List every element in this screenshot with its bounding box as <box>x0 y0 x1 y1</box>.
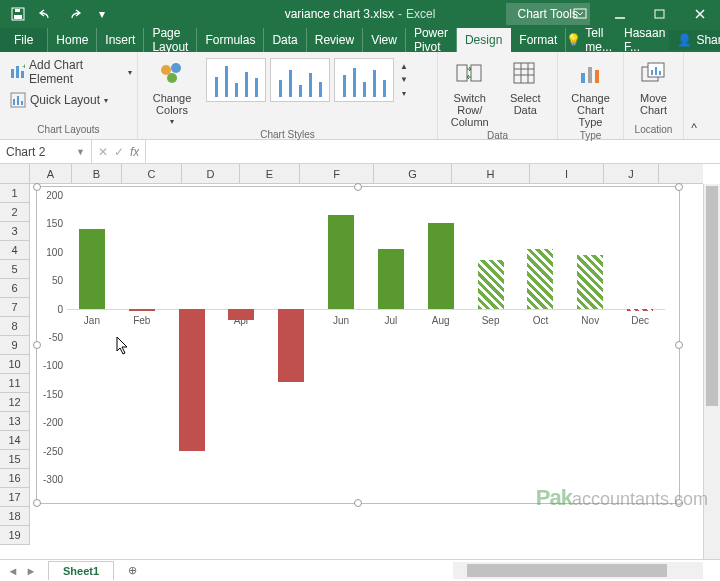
add-chart-element-button[interactable]: + Add Chart Element▾ <box>6 56 136 88</box>
sheet-nav-prev[interactable]: ◄ <box>8 565 19 577</box>
column-header[interactable]: J <box>604 164 659 183</box>
column-header[interactable]: A <box>30 164 72 183</box>
row-header[interactable]: 7 <box>0 298 29 317</box>
chart-bar[interactable] <box>627 309 653 312</box>
row-header[interactable]: 5 <box>0 260 29 279</box>
column-header[interactable]: E <box>240 164 300 183</box>
sheet-tab-active[interactable]: Sheet1 <box>48 561 114 580</box>
new-sheet-button[interactable]: ⊕ <box>120 563 144 578</box>
select-all-corner[interactable] <box>0 164 30 183</box>
redo-button[interactable] <box>62 2 86 26</box>
resize-handle[interactable] <box>354 183 362 191</box>
resize-handle[interactable] <box>33 499 41 507</box>
qat-customize[interactable]: ▾ <box>90 2 114 26</box>
tab-design[interactable]: Design <box>457 28 511 52</box>
sheet-nav-next[interactable]: ► <box>26 565 37 577</box>
enter-formula-button[interactable]: ✓ <box>114 145 124 159</box>
chart-style-gallery[interactable]: ▲ ▼ ▾ <box>204 56 424 104</box>
share-button[interactable]: 👤 Share <box>669 30 720 50</box>
move-chart-button[interactable]: Move Chart <box>630 56 677 118</box>
chart-bar[interactable] <box>577 255 603 309</box>
chart-style-2[interactable] <box>270 58 330 102</box>
minimize-button[interactable] <box>600 0 640 28</box>
gallery-more[interactable]: ▾ <box>396 89 412 98</box>
row-header[interactable]: 1 <box>0 184 29 203</box>
chart-bar[interactable] <box>378 249 404 309</box>
vertical-scrollbar[interactable] <box>703 184 720 559</box>
select-data-button[interactable]: Select Data <box>500 56 552 118</box>
row-header[interactable]: 6 <box>0 279 29 298</box>
resize-handle[interactable] <box>354 499 362 507</box>
tab-review[interactable]: Review <box>307 28 363 52</box>
tab-data[interactable]: Data <box>264 28 306 52</box>
row-header[interactable]: 4 <box>0 241 29 260</box>
row-header[interactable]: 16 <box>0 469 29 488</box>
chart-bar[interactable] <box>428 223 454 308</box>
chart-bar[interactable] <box>228 309 254 320</box>
column-header[interactable]: B <box>72 164 122 183</box>
row-header[interactable]: 15 <box>0 450 29 469</box>
row-header[interactable]: 18 <box>0 507 29 526</box>
chart-plot-area[interactable]: 200150100500-50-100-150-200-250-300JanFe… <box>67 195 665 479</box>
chevron-down-icon[interactable]: ▼ <box>76 147 85 157</box>
column-header[interactable]: G <box>374 164 452 183</box>
tab-formulas[interactable]: Formulas <box>197 28 264 52</box>
collapse-ribbon-button[interactable]: ^ <box>684 52 704 139</box>
column-header[interactable]: H <box>452 164 530 183</box>
chart-bar[interactable] <box>79 229 105 309</box>
save-button[interactable] <box>6 2 30 26</box>
row-header[interactable]: 3 <box>0 222 29 241</box>
user-name[interactable]: Hasaan F... <box>624 26 665 54</box>
row-header[interactable]: 10 <box>0 355 29 374</box>
switch-row-column-button[interactable]: Switch Row/ Column <box>444 56 496 130</box>
row-header[interactable]: 19 <box>0 526 29 545</box>
undo-button[interactable] <box>34 2 58 26</box>
scrollbar-thumb[interactable] <box>467 564 667 577</box>
tab-page-layout[interactable]: Page Layout <box>144 28 197 52</box>
gallery-down[interactable]: ▼ <box>396 75 412 84</box>
column-header[interactable]: F <box>300 164 374 183</box>
maximize-button[interactable] <box>640 0 680 28</box>
resize-handle[interactable] <box>675 341 683 349</box>
close-button[interactable] <box>680 0 720 28</box>
ribbon-options-button[interactable] <box>560 0 600 28</box>
chart-object[interactable]: 200150100500-50-100-150-200-250-300JanFe… <box>36 186 680 504</box>
tab-file[interactable]: File <box>0 28 48 52</box>
chart-bar[interactable] <box>328 215 354 309</box>
fx-button[interactable]: fx <box>130 145 139 159</box>
chart-bar[interactable] <box>478 260 504 308</box>
formula-input[interactable] <box>146 140 720 163</box>
row-header[interactable]: 17 <box>0 488 29 507</box>
row-header[interactable]: 12 <box>0 393 29 412</box>
resize-handle[interactable] <box>675 183 683 191</box>
cells[interactable]: 200150100500-50-100-150-200-250-300JanFe… <box>30 184 703 559</box>
row-header[interactable]: 2 <box>0 203 29 222</box>
horizontal-scrollbar[interactable] <box>453 562 703 579</box>
tab-insert[interactable]: Insert <box>97 28 144 52</box>
row-header[interactable]: 8 <box>0 317 29 336</box>
resize-handle[interactable] <box>675 499 683 507</box>
change-chart-type-button[interactable]: Change Chart Type <box>564 56 617 130</box>
row-header[interactable]: 14 <box>0 431 29 450</box>
gallery-up[interactable]: ▲ <box>396 62 412 71</box>
cancel-formula-button[interactable]: ✕ <box>98 145 108 159</box>
column-header[interactable]: C <box>122 164 182 183</box>
scrollbar-thumb[interactable] <box>706 186 718 406</box>
tab-view[interactable]: View <box>363 28 406 52</box>
chart-bar[interactable] <box>527 249 553 309</box>
tab-power-pivot[interactable]: Power Pivot <box>406 28 457 52</box>
column-header[interactable]: D <box>182 164 240 183</box>
chart-bar[interactable] <box>278 309 304 383</box>
row-header[interactable]: 11 <box>0 374 29 393</box>
chart-bar[interactable] <box>129 309 155 312</box>
column-header[interactable]: I <box>530 164 604 183</box>
tab-format[interactable]: Format <box>511 28 566 52</box>
quick-layout-button[interactable]: Quick Layout▾ <box>6 90 136 110</box>
change-colors-button[interactable]: Change Colors▾ <box>144 56 200 129</box>
tell-me[interactable]: Tell me... <box>585 26 612 54</box>
chart-style-3[interactable] <box>334 58 394 102</box>
row-header[interactable]: 13 <box>0 412 29 431</box>
tab-home[interactable]: Home <box>48 28 97 52</box>
chart-bar[interactable] <box>179 309 205 451</box>
chart-style-1[interactable] <box>206 58 266 102</box>
